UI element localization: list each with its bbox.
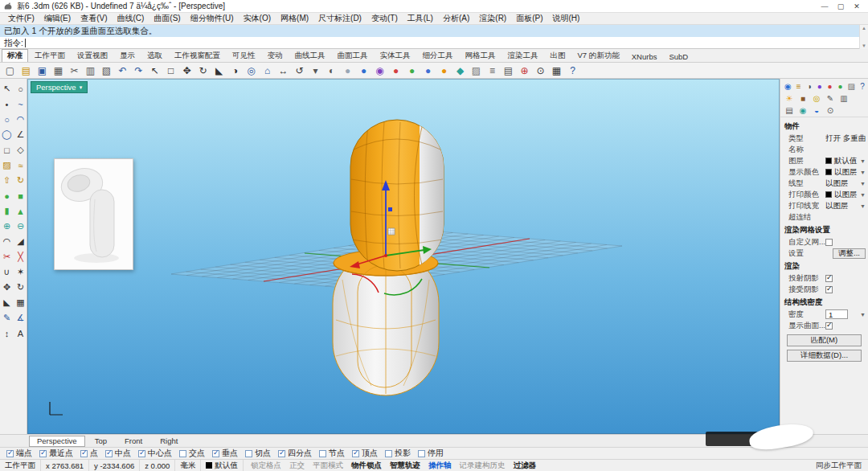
osnap-checkbox[interactable] xyxy=(278,450,285,457)
menu-item[interactable]: 网格(M) xyxy=(276,13,313,24)
new-file-icon[interactable]: ▢ xyxy=(2,63,18,78)
osnap-toggle[interactable]: 顶点 xyxy=(352,448,378,459)
rotate-tool-icon[interactable]: ↻ xyxy=(14,280,27,295)
rendering-panel-icon[interactable]: ● xyxy=(817,81,823,91)
toolbar-tab[interactable]: 曲线工具 xyxy=(289,49,331,62)
toolbar-tab[interactable]: 工作平面 xyxy=(29,49,71,62)
join-icon[interactable]: ∪ xyxy=(0,264,14,280)
select-window-icon[interactable]: □ xyxy=(163,63,178,78)
select-icon[interactable]: ↖ xyxy=(147,63,162,78)
zoom-icon[interactable]: ◎ xyxy=(244,63,259,78)
undo-icon[interactable]: ↶ xyxy=(115,63,130,78)
display-mode-icon[interactable]: ◐ xyxy=(324,63,339,78)
status-toggle[interactable]: 物件锁点 xyxy=(351,461,382,471)
details-button[interactable]: 详细数据(D)... xyxy=(787,350,862,362)
mirror-icon[interactable]: ◑ xyxy=(227,63,243,78)
print-color-dropdown[interactable]: 以图层 ▼ xyxy=(825,190,866,200)
pan-icon[interactable]: ↔ xyxy=(276,63,291,78)
menu-item[interactable]: 变动(T) xyxy=(366,13,403,24)
rectangle-icon[interactable]: □ xyxy=(0,142,14,158)
osnap-checkbox[interactable] xyxy=(319,450,326,457)
lasso-select-icon[interactable]: ○ xyxy=(14,81,27,96)
toolbar-tab[interactable]: 出图 xyxy=(545,49,571,62)
select-pointer-icon[interactable]: ↖ xyxy=(0,81,14,96)
polygon-icon[interactable]: ◇ xyxy=(14,142,27,158)
sphere-icon[interactable]: ● xyxy=(0,188,14,203)
osnap-toggle[interactable]: 最近点 xyxy=(39,448,73,459)
split-icon[interactable]: ╳ xyxy=(14,249,27,264)
ellipse-icon[interactable]: ◯ xyxy=(0,127,14,142)
material-blue-icon[interactable]: ● xyxy=(420,63,436,78)
osnap-checkbox[interactable] xyxy=(245,450,252,457)
boolean-difference-icon[interactable]: ⊖ xyxy=(14,219,27,234)
toolbar-tab[interactable]: V7 的新功能 xyxy=(572,49,625,62)
status-toggle[interactable]: 记录建构历史 xyxy=(459,461,505,471)
toolbar-tab[interactable]: 工作视窗配置 xyxy=(169,49,226,62)
toolbar-tab[interactable]: 网格工具 xyxy=(460,49,502,62)
reference-image[interactable] xyxy=(54,158,133,270)
texture-icon[interactable]: ▨ xyxy=(469,63,484,78)
layers-icon[interactable]: ≡ xyxy=(485,63,500,78)
lights-panel-icon[interactable]: ◎ xyxy=(812,93,821,103)
layers-panel-icon[interactable]: ≡ xyxy=(796,81,802,91)
perspective-viewport[interactable]: Perspective ▾ xyxy=(27,79,780,434)
redo-icon[interactable]: ↷ xyxy=(131,63,146,78)
osnap-checkbox[interactable] xyxy=(138,450,145,457)
materials-panel-icon[interactable]: ● xyxy=(827,81,833,91)
menu-item[interactable]: 工具(L) xyxy=(403,13,438,24)
named-view-icon[interactable]: ▾ xyxy=(308,63,323,78)
move-tool-icon[interactable]: ✥ xyxy=(0,280,14,295)
scroll-up-icon[interactable]: ▲ xyxy=(862,26,866,31)
density-input[interactable]: 1 xyxy=(825,309,848,319)
menu-item[interactable]: 实体(O) xyxy=(239,13,276,24)
environment-panel-icon[interactable]: ● xyxy=(837,81,844,91)
osnap-toggle[interactable]: 点 xyxy=(80,448,98,459)
osnap-checkbox[interactable] xyxy=(385,450,392,457)
menu-item[interactable]: 编辑(E) xyxy=(39,13,76,24)
trim-icon[interactable]: ✂ xyxy=(0,249,14,264)
gumball-menu-handle[interactable] xyxy=(388,228,395,235)
osnap-checkbox[interactable] xyxy=(6,450,14,457)
capsule-top[interactable] xyxy=(350,120,444,271)
menu-item[interactable]: 查看(V) xyxy=(76,13,112,24)
units-cell[interactable]: 毫米 xyxy=(175,460,201,471)
snapshots-panel-icon[interactable]: ◉ xyxy=(798,105,808,115)
status-toggle[interactable]: 过滤器 xyxy=(513,461,536,471)
status-toggle[interactable]: 操作轴 xyxy=(428,461,452,471)
polyline-icon[interactable]: ∠ xyxy=(14,127,27,142)
adjust-mesh-button[interactable]: 调整... xyxy=(833,248,866,259)
osnap-checkbox[interactable] xyxy=(212,450,219,457)
toolbar-tab[interactable]: 标准 xyxy=(2,49,28,62)
cone-icon[interactable]: ▲ xyxy=(14,203,27,219)
toolbar-tab[interactable]: SubD xyxy=(663,51,694,62)
osnap-toggle[interactable]: 节点 xyxy=(319,448,345,459)
cplane-button[interactable]: 工作平面 xyxy=(0,460,41,471)
capsule-object[interactable] xyxy=(333,120,444,395)
osnap-toggle[interactable]: 切点 xyxy=(245,448,271,459)
help-icon[interactable]: ? xyxy=(565,63,580,78)
viewport-tab[interactable]: Right xyxy=(152,436,186,447)
status-toggle[interactable]: 锁定格点 xyxy=(251,461,281,471)
rotate-icon[interactable]: ↻ xyxy=(195,63,211,78)
point-icon[interactable]: • xyxy=(0,96,14,112)
linetype-dropdown[interactable]: 以图层 ▼ xyxy=(825,178,866,189)
osnap-toggle[interactable]: 中点 xyxy=(105,448,131,459)
chamfer-icon[interactable]: ◢ xyxy=(14,234,27,249)
osnap-checkbox[interactable] xyxy=(80,450,88,457)
toolbar-tab[interactable]: 变动 xyxy=(262,49,289,62)
cut-icon[interactable]: ✂ xyxy=(67,63,82,78)
menu-item[interactable]: 曲线(C) xyxy=(112,13,149,24)
fillet-icon[interactable]: ◠ xyxy=(0,234,14,249)
match-button[interactable]: 匹配(M) xyxy=(787,334,862,346)
toolbar-tab[interactable]: 显示 xyxy=(114,49,141,62)
toolbar-tab[interactable]: 曲面工具 xyxy=(332,49,374,62)
display-color-dropdown[interactable]: 以图层 ▼ xyxy=(825,167,866,178)
command-prompt-line[interactable]: 指令: xyxy=(0,37,868,49)
command-area[interactable]: 已加入 1 个开放的多重曲面至选取集合。 指令: ▲ ▼ xyxy=(0,25,868,49)
toolbar-tab[interactable]: 细分工具 xyxy=(417,49,459,62)
circle-icon[interactable]: ○ xyxy=(0,112,14,127)
scale-icon[interactable]: ◣ xyxy=(211,63,227,78)
paste-icon[interactable]: ▧ xyxy=(99,63,114,78)
analyze-icon[interactable]: ∡ xyxy=(14,310,27,326)
cast-shadows-checkbox[interactable] xyxy=(825,275,833,282)
